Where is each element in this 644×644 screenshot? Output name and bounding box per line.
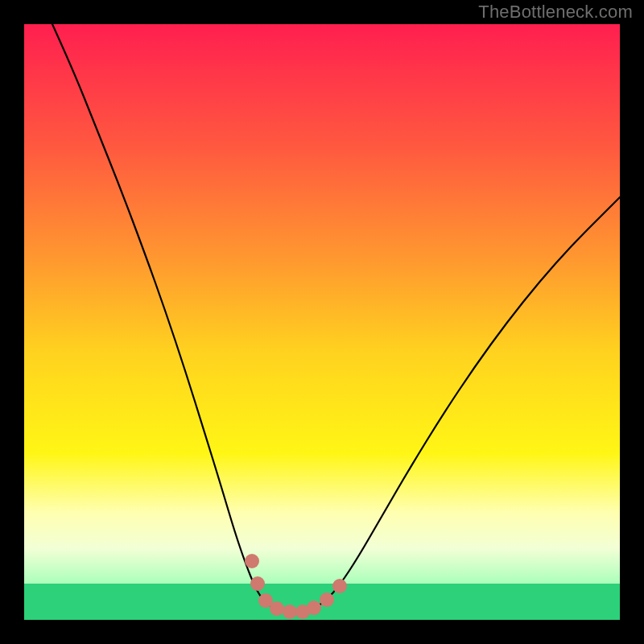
plot-area — [24, 24, 620, 620]
plot-svg — [24, 24, 620, 620]
curve-marker — [320, 592, 334, 607]
curve-marker — [332, 579, 347, 593]
curve-marker — [307, 601, 321, 615]
curve-marker — [250, 576, 265, 591]
curve-marker — [245, 554, 259, 568]
chart-frame: TheBottleneck.com — [0, 0, 644, 644]
curve-marker — [270, 601, 284, 616]
watermark-text: TheBottleneck.com — [478, 2, 633, 23]
curve-marker — [283, 605, 297, 619]
gradient-background — [24, 24, 620, 620]
